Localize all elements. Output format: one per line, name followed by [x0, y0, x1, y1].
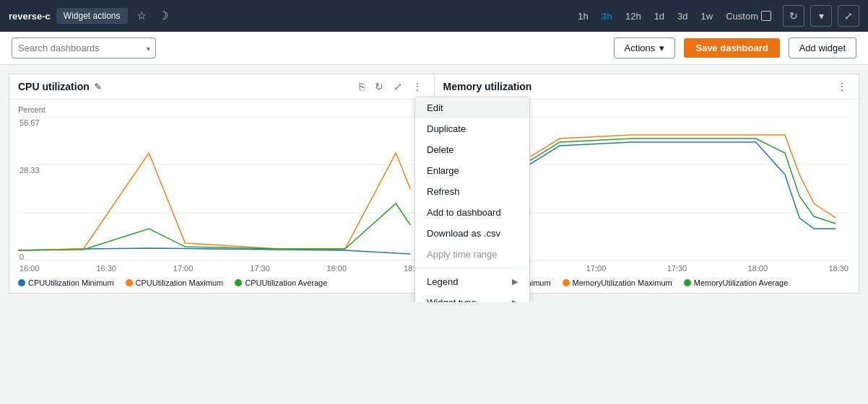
save-dashboard-button[interactable]: Save dashboard [684, 38, 779, 58]
add-widget-button[interactable]: Add widget [789, 38, 856, 58]
widget-type-chevron-icon: ▶ [512, 298, 518, 302]
cpu-chart: 56.67 28.33 0 [18, 117, 425, 261]
cpu-widget: CPU utilization ✎ ⎘ ↻ ⤢ ⋮ Percent 56.67 … [9, 74, 435, 294]
cpu-x-axis: 16:00 16:30 17:00 17:30 18:00 18:30 [18, 264, 425, 273]
menu-divider-1 [415, 268, 529, 268]
star-icon[interactable]: ☆ [134, 7, 149, 25]
toolbar: ▾ Actions ▾ Save dashboard Add widget [0, 32, 868, 65]
svg-text:28.33: 28.33 [19, 166, 40, 175]
memory-widget-title: Memory utilization [443, 81, 830, 92]
cpu-legend-max: CPUUtilization Maximum [126, 278, 224, 287]
time-3h[interactable]: 3h [596, 8, 618, 25]
menu-item-enlarge[interactable]: Enlarge [415, 160, 529, 181]
cpu-more-icon[interactable]: ⋮ [409, 80, 425, 93]
context-menu: Edit Duplicate Delete Enlarge Refresh Ad… [415, 97, 530, 302]
search-input[interactable] [12, 38, 156, 58]
menu-item-legend[interactable]: Legend ▶ [415, 271, 529, 292]
time-1h[interactable]: 1h [572, 8, 594, 25]
cpu-expand-icon[interactable]: ⤢ [391, 80, 405, 93]
svg-text:56.67: 56.67 [19, 118, 40, 127]
cpu-min-color [18, 279, 25, 286]
time-3d[interactable]: 3d [672, 8, 693, 25]
dropdown-arrow-button[interactable]: ▾ [810, 5, 832, 27]
cpu-legend-min: CPUUtilization Minimum [18, 278, 114, 287]
menu-item-apply-time: Apply time range [415, 244, 529, 265]
cpu-legend: CPUUtilization Minimum CPUUtilization Ma… [18, 278, 425, 287]
search-wrap: ▾ [12, 38, 156, 58]
time-1w[interactable]: 1w [695, 8, 719, 25]
cpu-widget-body: Percent 56.67 28.33 0 [9, 100, 434, 293]
theme-icon[interactable]: ☽ [155, 7, 171, 25]
memory-legend-max: MemoryUtilization Maximum [563, 278, 672, 287]
menu-item-edit[interactable]: Edit [415, 97, 529, 118]
menu-item-widget-type[interactable]: Widget type ▶ [415, 292, 529, 302]
calendar-icon [761, 11, 771, 21]
fullscreen-icon-button[interactable]: ⤢ [838, 5, 859, 27]
cpu-legend-avg: CPUUtilization Average [235, 278, 327, 287]
memory-max-color [563, 279, 570, 286]
time-range-group: 1h 3h 12h 1d 3d 1w Custom [572, 8, 777, 25]
memory-avg-color [684, 279, 691, 286]
widget-actions-button[interactable]: Widget actions [56, 8, 128, 24]
logo: reverse-c [9, 11, 51, 22]
main-content: CPU utilization ✎ ⎘ ↻ ⤢ ⋮ Percent 56.67 … [0, 65, 868, 302]
cpu-edit-icon[interactable]: ✎ [94, 82, 102, 92]
top-nav: reverse-c Widget actions ☆ ☽ 1h 3h 12h 1… [0, 0, 868, 32]
cpu-widget-header: CPU utilization ✎ ⎘ ↻ ⤢ ⋮ [9, 74, 434, 100]
actions-button[interactable]: Actions ▾ [614, 38, 676, 58]
time-12h[interactable]: 12h [620, 8, 647, 25]
menu-item-delete[interactable]: Delete [415, 139, 529, 160]
svg-text:0: 0 [19, 252, 24, 261]
menu-item-add-dashboard[interactable]: Add to dashboard [415, 202, 529, 223]
menu-item-duplicate[interactable]: Duplicate [415, 118, 529, 139]
actions-chevron-icon: ▾ [659, 43, 664, 53]
menu-item-download-csv[interactable]: Download as .csv [415, 223, 529, 244]
memory-more-icon[interactable]: ⋮ [834, 80, 850, 93]
cpu-max-color [126, 279, 133, 286]
refresh-icon-button[interactable]: ↻ [783, 5, 804, 27]
cpu-refresh-icon[interactable]: ↻ [372, 80, 386, 93]
memory-widget-header: Memory utilization ⋮ [435, 74, 859, 100]
cpu-y-label: Percent [18, 105, 425, 114]
legend-chevron-icon: ▶ [512, 277, 518, 286]
memory-legend-avg: MemoryUtilization Average [684, 278, 789, 287]
time-custom[interactable]: Custom [720, 8, 777, 25]
cpu-avg-color [235, 279, 242, 286]
time-1d[interactable]: 1d [648, 8, 670, 25]
menu-item-refresh[interactable]: Refresh [415, 181, 529, 202]
cpu-widget-title: CPU utilization ✎ [18, 81, 352, 92]
cpu-copy-icon[interactable]: ⎘ [356, 80, 368, 93]
